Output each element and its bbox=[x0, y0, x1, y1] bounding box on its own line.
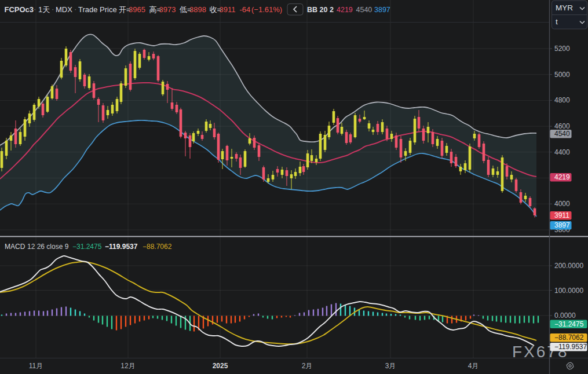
svg-text:0.0000: 0.0000 bbox=[554, 311, 576, 320]
svg-text:4219: 4219 bbox=[554, 173, 570, 181]
svg-text:−88.7062: −88.7062 bbox=[554, 333, 584, 342]
svg-text:−88.7062: −88.7062 bbox=[143, 243, 172, 251]
svg-text:FCPOc3: FCPOc3 bbox=[5, 5, 34, 14]
svg-text:MYR: MYR bbox=[556, 3, 573, 12]
svg-text:4540: 4540 bbox=[356, 6, 372, 14]
svg-text:MACD: MACD bbox=[5, 243, 25, 251]
svg-text:200.0000: 200.0000 bbox=[554, 262, 583, 270]
svg-text:5200: 5200 bbox=[554, 45, 570, 53]
svg-text:·: · bbox=[74, 5, 76, 13]
svg-text:11月: 11月 bbox=[29, 362, 43, 370]
svg-text:2025: 2025 bbox=[213, 362, 228, 370]
svg-text:12月: 12月 bbox=[120, 362, 135, 370]
svg-text:−31.2475: −31.2475 bbox=[72, 243, 102, 251]
svg-text:4540: 4540 bbox=[554, 130, 570, 138]
svg-text:MDX: MDX bbox=[56, 5, 72, 14]
svg-text:4219: 4219 bbox=[337, 6, 353, 14]
svg-text:5000: 5000 bbox=[554, 71, 570, 79]
svg-text:·: · bbox=[34, 5, 36, 13]
svg-text:4000: 4000 bbox=[554, 200, 570, 208]
svg-text:−119.9537: −119.9537 bbox=[105, 243, 138, 251]
svg-text:−31.2475: −31.2475 bbox=[554, 320, 584, 328]
svg-text:-64: -64 bbox=[240, 5, 251, 14]
svg-text:3911: 3911 bbox=[220, 5, 236, 14]
svg-text:−119.9537: −119.9537 bbox=[554, 343, 587, 351]
svg-text:4400: 4400 bbox=[554, 148, 570, 156]
svg-text:100.0000: 100.0000 bbox=[554, 287, 583, 295]
svg-text:4800: 4800 bbox=[554, 96, 570, 104]
svg-text:4月: 4月 bbox=[468, 362, 479, 370]
svg-text:t: t bbox=[556, 17, 558, 26]
svg-text:3897: 3897 bbox=[374, 6, 390, 14]
svg-text:3898: 3898 bbox=[189, 5, 206, 14]
svg-text:3897: 3897 bbox=[554, 221, 570, 229]
svg-text:2月: 2月 bbox=[302, 362, 313, 370]
svg-text:12 26 close 9: 12 26 close 9 bbox=[27, 243, 69, 251]
svg-text:3965: 3965 bbox=[129, 5, 145, 14]
svg-text:3月: 3月 bbox=[385, 362, 396, 370]
svg-text:·: · bbox=[52, 5, 54, 13]
svg-text:3973: 3973 bbox=[159, 5, 176, 14]
svg-text:BB 20 2: BB 20 2 bbox=[307, 6, 334, 14]
svg-text:(−1.61%): (−1.61%) bbox=[251, 5, 282, 14]
svg-text:4600: 4600 bbox=[554, 122, 570, 130]
svg-text:Trade Price: Trade Price bbox=[78, 5, 117, 14]
svg-text:1天: 1天 bbox=[38, 5, 50, 14]
svg-text:3911: 3911 bbox=[554, 211, 569, 219]
